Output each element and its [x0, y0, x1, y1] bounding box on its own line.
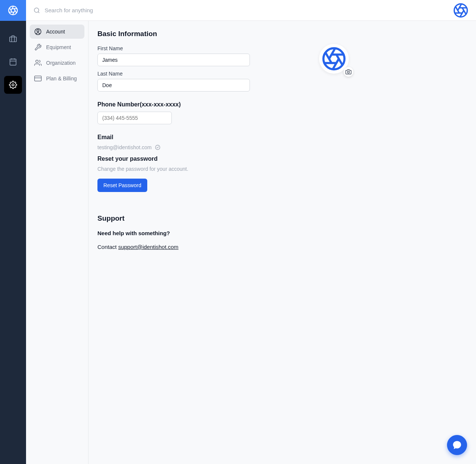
sidebar-item-label: Equipment	[46, 44, 71, 50]
nav-rail	[0, 0, 26, 464]
profile-picture-wrap	[319, 44, 353, 77]
aperture-icon	[453, 3, 469, 18]
nav-settings[interactable]	[4, 76, 22, 94]
calendar-icon	[9, 58, 17, 66]
gear-icon	[9, 81, 17, 89]
user-icon	[34, 28, 42, 35]
verified-icon	[155, 144, 161, 150]
phone-input[interactable]	[97, 112, 172, 124]
logo[interactable]	[0, 0, 26, 21]
first-name-label: First Name	[97, 45, 467, 51]
svg-point-12	[12, 84, 14, 86]
reset-password-button[interactable]: Reset Password	[97, 179, 147, 192]
svg-point-13	[34, 8, 39, 12]
svg-point-24	[36, 60, 38, 63]
email-value: testing@identishot.com	[97, 144, 152, 150]
tools-icon	[34, 44, 42, 51]
aperture-icon	[8, 5, 18, 16]
first-name-input[interactable]	[97, 54, 250, 66]
topbar	[26, 0, 476, 21]
sidebar-item-billing[interactable]: Plan & Billing	[30, 71, 84, 86]
briefcase-icon	[9, 35, 17, 43]
support-email-link[interactable]: support@identishot.com	[118, 244, 178, 250]
chat-icon	[452, 440, 462, 450]
email-row: testing@identishot.com	[97, 144, 467, 150]
top-avatar[interactable]	[453, 3, 469, 18]
sidebar-item-organization[interactable]: Organization	[30, 56, 84, 70]
support-contact: Contact support@identishot.com	[97, 244, 467, 250]
main-content: Basic Information First Name Last Name P…	[89, 21, 476, 259]
sidebar-item-label: Account	[46, 29, 65, 35]
support-prefix: Contact	[97, 244, 118, 250]
svg-line-14	[38, 12, 39, 13]
svg-rect-25	[35, 76, 41, 81]
sidebar-item-label: Organization	[46, 60, 75, 66]
search-input[interactable]	[45, 7, 193, 13]
email-label: Email	[97, 134, 467, 141]
sidebar-item-account[interactable]: Account	[30, 25, 84, 39]
nav-calendar[interactable]	[4, 53, 22, 71]
svg-rect-7	[10, 37, 16, 42]
search-icon	[33, 7, 40, 14]
support-question: Need help with something?	[97, 230, 467, 236]
aperture-icon	[321, 46, 347, 71]
nav-projects[interactable]	[4, 30, 22, 48]
sidebar-item-label: Plan & Billing	[46, 76, 77, 81]
reset-password-subtitle: Change the password for your account.	[97, 166, 467, 172]
settings-sidebar: Account Equipment Organization Plan & Bi…	[26, 21, 89, 464]
reset-password-title: Reset your password	[97, 156, 467, 162]
phone-label: Phone Number(xxx-xxx-xxxx)	[97, 101, 467, 108]
support-title: Support	[97, 214, 467, 223]
users-icon	[34, 59, 42, 67]
search-wrap	[33, 7, 453, 14]
last-name-label: Last Name	[97, 71, 467, 77]
svg-point-23	[37, 30, 39, 32]
camera-icon	[345, 69, 351, 75]
chat-button[interactable]	[447, 435, 467, 455]
sidebar-item-equipment[interactable]: Equipment	[30, 40, 84, 54]
change-photo-button[interactable]	[344, 67, 353, 77]
svg-point-35	[347, 71, 349, 73]
svg-rect-8	[10, 59, 16, 65]
credit-card-icon	[34, 75, 42, 82]
basic-info-title: Basic Information	[97, 30, 467, 38]
last-name-input[interactable]	[97, 79, 250, 92]
